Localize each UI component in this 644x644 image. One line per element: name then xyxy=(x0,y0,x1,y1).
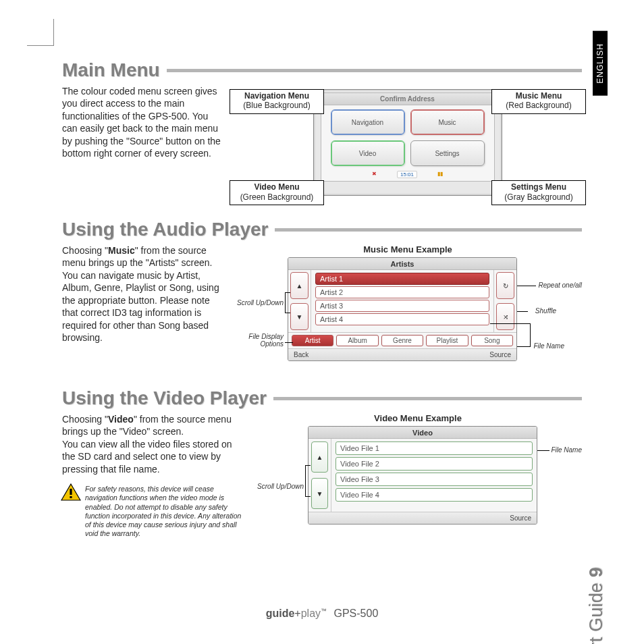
list-item[interactable]: Video File 3 xyxy=(336,473,533,486)
status-battery-icon: ▮▮ xyxy=(437,171,443,178)
brand-plus: + xyxy=(294,608,300,619)
settings-button[interactable]: Settings xyxy=(410,140,485,166)
body-fragment: Choosing " xyxy=(62,414,108,425)
callout-music: Music Menu (Red Background) xyxy=(491,89,586,114)
anno-line xyxy=(517,286,536,286)
scroll-down-button[interactable]: ▼ xyxy=(311,478,328,509)
model-label: GPS-500 xyxy=(334,608,379,619)
anno-line xyxy=(305,465,311,466)
page-number: 9 xyxy=(586,567,606,577)
list-item[interactable]: Artist 3 xyxy=(315,300,489,312)
side-title: Quick-Start Guide 9 xyxy=(586,563,607,644)
list-item[interactable]: Video File 1 xyxy=(336,441,533,455)
anno-scroll: Scroll Up/Down xyxy=(254,483,304,490)
anno-file-display: File Display Options xyxy=(234,333,284,348)
brand-tm: ™ xyxy=(321,608,327,614)
anno-line xyxy=(285,342,293,343)
source-button[interactable]: Source xyxy=(484,349,516,360)
callout-sub: (Green Background) xyxy=(240,192,314,202)
device-status-bar: ✖ 15:01 ▮▮ xyxy=(321,171,494,178)
heading-text: Using the Video Player xyxy=(62,387,267,409)
music-device-title: Artists xyxy=(288,258,516,270)
anno-line xyxy=(305,496,311,497)
back-button[interactable]: Back xyxy=(288,349,314,360)
heading-audio-player: Using the Audio Player xyxy=(62,219,582,240)
tab-genre[interactable]: Genre xyxy=(381,335,423,346)
music-subhead: Music Menu Example xyxy=(234,244,582,254)
scroll-col-left: ▲ ▼ xyxy=(288,270,311,332)
source-button[interactable]: Source xyxy=(504,512,537,524)
tab-album[interactable]: Album xyxy=(336,335,378,346)
tab-artist[interactable]: Artist xyxy=(292,335,333,346)
body-fragment: Choosing " xyxy=(62,245,108,256)
list-item[interactable]: Artist 4 xyxy=(315,313,489,325)
anno-shuffle: Shuffle xyxy=(535,307,556,315)
crop-mark xyxy=(27,19,54,46)
svg-rect-2 xyxy=(70,496,72,498)
tab-playlist[interactable]: Playlist xyxy=(426,335,468,346)
list-item[interactable]: Artist 1 xyxy=(315,273,489,285)
scroll-down-button[interactable]: ▼ xyxy=(290,303,308,330)
list-item[interactable]: Video File 4 xyxy=(336,488,533,502)
status-clock: 15:01 xyxy=(397,171,417,178)
video-subhead: Video Menu Example xyxy=(254,413,582,423)
tab-song[interactable]: Song xyxy=(471,335,513,346)
callout-title: Settings Menu xyxy=(511,182,566,192)
warning-block: For safety reasons, this device will cea… xyxy=(62,485,244,538)
audio-body: Choosing "Music" from the source menu br… xyxy=(62,244,224,373)
browse-tabs: Artist Album Genre Playlist Song xyxy=(288,332,516,348)
callout-settings: Settings Menu (Gray Background) xyxy=(491,180,586,205)
main-menu-body: The colour coded menu screen gives you d… xyxy=(62,85,224,204)
body-bold: Music xyxy=(108,245,135,256)
callout-title: Video Menu xyxy=(254,182,299,192)
anno-line xyxy=(537,450,549,451)
video-list: Video File 1 Video File 2 Video File 3 V… xyxy=(331,439,537,512)
heading-rule xyxy=(275,228,582,232)
footer: guide+play™ GPS-500 xyxy=(0,608,644,620)
anno-filename: File Name xyxy=(533,342,564,350)
video-scroll-col: ▲ ▼ xyxy=(308,439,331,512)
heading-video-player: Using the Video Player xyxy=(62,387,582,409)
list-item[interactable]: Video File 2 xyxy=(336,457,533,471)
heading-text: Main Menu xyxy=(62,59,160,81)
nav-button[interactable]: Navigation xyxy=(331,109,405,135)
music-device: Artists ▲ ▼ Artist 1 Artist 2 Artist 3 A… xyxy=(288,257,517,361)
callout-title: Music Menu xyxy=(516,91,562,101)
body-bold: Video xyxy=(108,414,134,425)
anno-line xyxy=(517,311,528,312)
callout-sub: (Red Background) xyxy=(506,101,571,110)
video-device-title: Video xyxy=(308,427,537,439)
anno-line xyxy=(305,465,306,497)
language-tab: ENGLISH xyxy=(593,31,608,96)
heading-text: Using the Audio Player xyxy=(62,219,268,240)
warning-icon xyxy=(61,483,81,501)
anno-line xyxy=(285,292,286,313)
scroll-up-button[interactable]: ▲ xyxy=(311,441,328,473)
anno-line xyxy=(530,323,531,347)
callout-sub: (Gray Background) xyxy=(504,192,572,202)
anno-repeat: Repeat one/all xyxy=(539,281,583,289)
main-menu-device: Confirm Address Navigation Music Video S… xyxy=(292,85,525,200)
anno-line xyxy=(285,292,290,293)
shuffle-icon[interactable]: ⤨ xyxy=(496,303,514,330)
anno-filename: File Name xyxy=(551,446,582,454)
heading-rule xyxy=(167,69,582,72)
video-body: Choosing "Video" from the source menu br… xyxy=(62,413,244,548)
anno-line xyxy=(517,346,531,347)
heading-rule xyxy=(273,397,582,400)
svg-rect-1 xyxy=(70,489,72,495)
video-button[interactable]: Video xyxy=(331,140,405,166)
scroll-up-button[interactable]: ▲ xyxy=(290,272,308,299)
callout-sub: (Blue Background) xyxy=(243,101,310,110)
brand-play: play xyxy=(301,608,321,619)
callout-video: Video Menu (Green Background) xyxy=(230,180,324,205)
list-item[interactable]: Artist 2 xyxy=(315,286,489,298)
status-left-icon: ✖ xyxy=(372,171,377,178)
repeat-icon[interactable]: ↻ xyxy=(496,272,514,299)
heading-main-menu: Main Menu xyxy=(62,59,582,81)
video-device: Video ▲ ▼ Video File 1 Video File 2 Vide… xyxy=(308,426,537,525)
anno-scroll: Scroll Up/Down xyxy=(234,299,284,306)
callout-nav: Navigation Menu (Blue Background) xyxy=(230,89,324,114)
anno-line xyxy=(490,323,531,324)
music-button[interactable]: Music xyxy=(410,109,485,135)
